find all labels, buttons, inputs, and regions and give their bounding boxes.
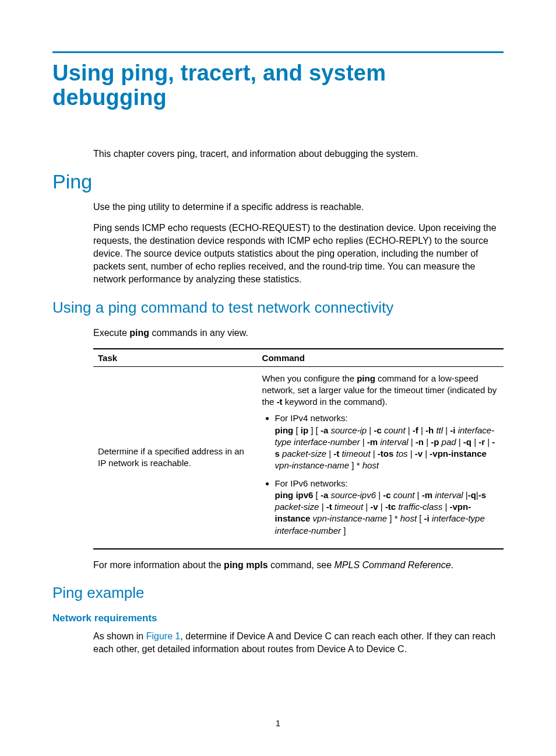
t: | [442,502,449,512]
task-cell: Determine if a specified address in an I… [93,366,258,549]
command-cell: When you configure the ping command for … [258,366,504,549]
exec-line: Execute ping commands in any view. [93,327,504,340]
col-cmd: Command [258,349,504,367]
t: | [408,449,415,459]
ping-p2: Ping sends ICMP echo requests (ECHO-REQU… [93,222,504,286]
t: | [409,437,416,447]
t: ] [341,526,346,536]
t: | [485,437,492,447]
table-row: Determine if a specified address in an I… [93,366,504,549]
t: source-ip [328,425,367,435]
t: | [326,449,333,459]
t: interval [432,490,463,500]
t: -m [422,490,432,500]
t: -t [326,502,332,512]
t: | [367,425,374,435]
more-b: ping mpls [224,560,268,570]
t: host [400,513,417,523]
t: | [414,490,421,500]
t: -c [383,490,390,500]
t: ] * [349,460,363,470]
section-using-ping: Using a ping command to test network con… [52,299,504,317]
t: [ [417,513,424,523]
pre-e: keyword in the command). [283,397,388,407]
t: traffic-class [396,502,442,512]
t: -a [321,490,328,500]
t: | [378,502,385,512]
ping-p1: Use the ping utility to determine if a s… [93,201,504,214]
t: source-ipv6 [328,490,376,500]
ipv4-item: For IPv4 networks: ping [ ip ] [ -a sour… [275,412,499,471]
t: | [471,437,478,447]
t: -a [321,425,328,435]
t: timeout [339,449,370,459]
t: -f [413,425,418,435]
page-number: 1 [0,718,556,728]
t: -m [367,437,378,447]
command-table: Task Command Determine if a specified ad… [93,348,504,550]
ipv6-label: For IPv6 networks: [275,478,348,488]
table-header-row: Task Command [93,349,504,367]
t: | [376,490,383,500]
t: | [418,425,425,435]
t: -tos [378,449,394,459]
t: | [423,449,430,459]
t: -tc [385,502,396,512]
network-requirements-heading: Network requirements [52,612,504,624]
t: -i [424,513,430,523]
t: -q [463,437,471,447]
t: [ [313,490,321,500]
t: | [456,437,463,447]
t: timeout [332,502,363,512]
more-e: . [451,560,453,570]
exec-pre: Execute [93,328,129,338]
section-ping: Ping [52,171,504,192]
pre-b: ping [357,373,375,383]
t: -v [415,449,423,459]
ipv4-label: For IPv4 networks: [275,413,348,423]
t: | [363,502,370,512]
ipv6-item: For IPv6 networks: ping ipv6 [ -a source… [275,478,499,537]
t: | [424,437,431,447]
t: -r [478,437,485,447]
t: ttl [434,425,443,435]
t: | [406,425,413,435]
t: -p [431,437,439,447]
t: ] [ [308,425,321,435]
t: -s [478,490,486,500]
t: -i [450,425,455,435]
page-title: Using ping, tracert, and system debuggin… [52,61,504,110]
pre-a: When you configure the [262,373,357,383]
t: -t [333,449,339,459]
t: packet-size [280,449,326,459]
t: | [319,502,326,512]
t: -n [416,437,424,447]
more-a: For more information about the [93,560,224,570]
t: -vpn-instance [430,449,487,459]
t: host [363,460,379,470]
more-c: command, see [268,560,335,570]
col-task: Task [93,349,258,367]
exec-post: commands in any view. [149,328,248,338]
figure-1-link[interactable]: Figure 1 [146,631,181,641]
t: | [463,490,468,500]
t: -q [468,490,476,500]
t: tos [393,449,407,459]
t: ip [301,425,308,435]
more-info: For more information about the ping mpls… [93,559,504,572]
section-ping-example: Ping example [52,584,504,602]
t: -v [370,502,378,512]
t: interval [378,437,409,447]
pre-d: -t [277,397,283,407]
t: pad [439,437,456,447]
t: packet-size [275,502,319,512]
t: count [382,425,406,435]
t: vpn-instance-name [275,460,350,470]
t: | [371,449,378,459]
t: ping [275,425,294,435]
t: count [391,490,415,500]
t: -h [425,425,434,435]
example-p1: As shown in Figure 1, determine if Devic… [93,630,504,656]
t: vpn-instance-name [310,513,387,523]
t: ping ipv6 [275,490,314,500]
